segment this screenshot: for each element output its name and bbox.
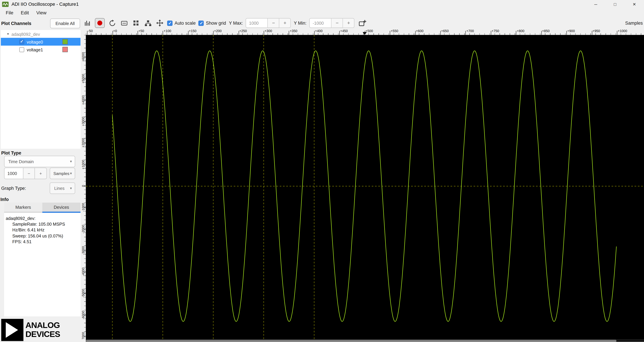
channel-row-voltage0[interactable]: voltage0 <box>1 38 80 46</box>
minimize-button[interactable]: ─ <box>586 0 605 8</box>
histogram-icon <box>84 19 91 27</box>
y-tick-label: -7000 <box>82 326 85 339</box>
x-tick <box>541 31 542 35</box>
plot-type-value: Time Domain <box>8 159 34 164</box>
auto-scale-checkbox-group[interactable]: Auto scale <box>167 20 196 26</box>
y-tick-label: -2000 <box>82 218 85 240</box>
y-max-decrement-button[interactable]: − <box>268 18 280 28</box>
x-tick <box>188 31 188 35</box>
channel-tree: ▼ adaq8092_dev voltage0 voltage1 <box>1 30 80 149</box>
window-controls: ─ □ ✕ <box>586 0 644 8</box>
y-tick <box>84 57 86 58</box>
device-info-hzbin: Hz/Bin: 6.41 kHz <box>6 227 80 233</box>
chevron-down-icon: ▾ <box>70 171 72 175</box>
x-tick-label: -50 <box>88 29 93 33</box>
x-tick <box>213 31 214 35</box>
voltage0-checkbox[interactable] <box>19 39 24 44</box>
x-tick <box>390 31 390 35</box>
oscilloscope-plot[interactable] <box>86 35 644 339</box>
x-tick <box>314 31 314 35</box>
y-min-decrement-button[interactable]: − <box>332 18 343 28</box>
x-tick <box>87 31 88 35</box>
app-window: ADI IIO Oscilloscope - Capture1 ─ □ ✕ Fi… <box>0 0 644 342</box>
graph-type-dropdown[interactable]: Lines ▾ <box>50 182 75 194</box>
tab-devices[interactable]: Devices <box>42 202 80 213</box>
info-label: Info <box>0 197 8 202</box>
sample-count-decrement-button[interactable]: − <box>23 168 35 179</box>
y-tick <box>84 293 86 294</box>
adi-triangle-icon <box>1 319 23 341</box>
y-tick-label: -6000 <box>82 304 85 326</box>
y-tick-label: +1000 <box>82 154 85 175</box>
menu-edit[interactable]: Edit <box>17 9 32 17</box>
x-tick <box>339 31 340 35</box>
x-tick-label: +50 <box>138 29 144 33</box>
x-tick-label: +500 <box>366 29 373 33</box>
app-icon <box>2 2 8 7</box>
y-min-increment-button[interactable]: + <box>343 18 354 28</box>
plot-type-dropdown[interactable]: Time Domain ▾ <box>4 156 75 167</box>
y-tick <box>84 336 86 337</box>
screenshot-button[interactable] <box>120 19 129 28</box>
y-tick-label: -5000 <box>82 283 85 304</box>
menu-file[interactable]: File <box>2 9 17 17</box>
tab-markers[interactable]: Markers <box>4 202 42 213</box>
record-button[interactable] <box>95 18 105 28</box>
device-tree-row[interactable]: ▼ adaq8092_dev <box>1 30 80 38</box>
y-tick-label: +6000 <box>82 46 85 68</box>
histogram-button[interactable] <box>83 19 92 28</box>
move-button[interactable] <box>155 19 164 28</box>
y-min-spin-group: -1000 − + <box>310 18 355 28</box>
main-area: Auto scale Show grid Y Max: 1000 − + Y M… <box>81 17 644 342</box>
new-plot-icon <box>358 19 367 27</box>
graph-type-value: Lines <box>54 186 64 191</box>
y-max-increment-button[interactable]: + <box>280 18 291 28</box>
auto-scale-checkbox[interactable] <box>167 20 172 26</box>
channel-row-voltage1[interactable]: voltage1 <box>1 46 80 53</box>
enable-all-button[interactable]: Enable All <box>50 19 80 28</box>
scrollbar-thumb[interactable] <box>86 340 616 342</box>
voltage1-color-swatch[interactable] <box>62 47 68 52</box>
sample-count-input[interactable]: 1000 <box>4 168 23 179</box>
y-tick-label: -4000 <box>82 261 85 282</box>
sample-count-value: 1000 <box>8 171 17 176</box>
close-button[interactable]: ✕ <box>625 0 644 8</box>
x-tick <box>138 31 138 35</box>
x-tick-label: +950 <box>592 29 600 33</box>
voltage1-checkbox[interactable] <box>19 47 24 52</box>
plot-type-label: Plot Type <box>1 150 21 155</box>
y-min-label: Y Min: <box>294 21 306 26</box>
x-tick <box>440 31 440 35</box>
horizontal-scrollbar[interactable] <box>86 339 644 342</box>
y-max-input[interactable]: 1000 <box>246 18 268 28</box>
expander-icon[interactable]: ▼ <box>6 33 10 35</box>
x-tick-label: +800 <box>517 29 524 33</box>
x-tick-label: +1000 <box>618 29 627 33</box>
new-plot-button[interactable] <box>358 18 367 28</box>
device-hierarchy-button[interactable] <box>143 19 152 28</box>
x-tick <box>289 31 289 35</box>
y-min-input[interactable]: -1000 <box>310 18 332 28</box>
menu-view[interactable]: View <box>32 9 50 17</box>
device-info-fps: FPS: 4.51 <box>6 239 80 244</box>
x-tick-label: +150 <box>189 29 196 33</box>
x-tick <box>566 31 567 35</box>
voltage0-label: voltage0 <box>27 39 43 44</box>
show-grid-checkbox[interactable] <box>198 20 204 26</box>
grid-layout-icon <box>132 19 140 27</box>
x-tick <box>617 31 617 35</box>
sample-unit-dropdown[interactable]: Samples ▾ <box>50 168 75 179</box>
repeat-capture-button[interactable] <box>108 19 117 28</box>
sample-count-increment-button[interactable]: + <box>34 168 47 179</box>
voltage0-color-swatch[interactable] <box>62 39 68 45</box>
y-axis-ruler: +6000+5000+4000+3000+2000+10000-1000-200… <box>81 35 86 339</box>
analog-devices-logo: ANALOG DEVICES <box>1 319 80 341</box>
x-tick <box>516 31 516 35</box>
show-grid-checkbox-group[interactable]: Show grid <box>198 20 226 26</box>
device-info-sweep: Sweep: 156.04 us (0.07%) <box>6 233 80 239</box>
chevron-down-icon: ▾ <box>70 186 72 190</box>
y-tick-label: -3000 <box>82 240 85 261</box>
device-info-samplerate: SampleRate: 105.00 MSPS <box>6 221 80 227</box>
grid-layout-button[interactable] <box>132 19 140 28</box>
maximize-button[interactable]: □ <box>605 0 624 8</box>
